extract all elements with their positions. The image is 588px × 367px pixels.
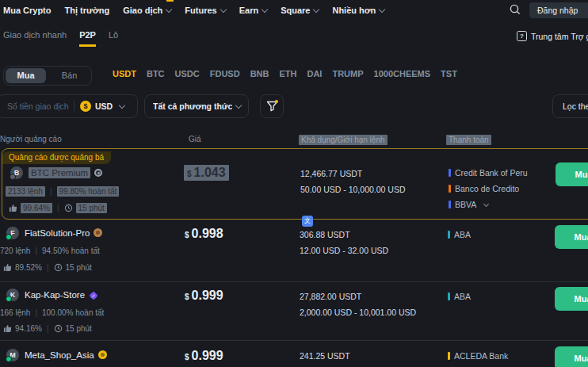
sort-label: Lọc theo (563, 101, 588, 111)
medal-badge-icon (94, 169, 102, 177)
completion-rate: 94.50% hoàn tất (42, 247, 100, 255)
divider (74, 101, 74, 112)
payment-method: Credit Bank of Peru (449, 168, 528, 178)
nav-markets[interactable]: Thị trường (65, 6, 110, 15)
buy-tab[interactable]: Mua (6, 68, 46, 83)
advertiser-stats: 720 lệnh|94.50% hoàn tất (0, 247, 100, 255)
advertiser-stats: 166 lệnh|100.00% hoàn tất (0, 308, 104, 317)
advertiser-stats-2: 94.16% | 15 phút (3, 324, 92, 333)
online-status-dot (6, 356, 12, 362)
tab-block[interactable]: Lô (109, 30, 118, 47)
payment-filter-label: Tất cả phương thức thanh (153, 101, 232, 111)
buy-usdt-button[interactable]: Mua USDT (555, 225, 588, 249)
fiat-coin-icon: $ (80, 101, 91, 112)
advertiser-name[interactable]: FiatSolution-Pro (25, 228, 102, 238)
tab-express[interactable]: Giao dịch nhanh (3, 30, 67, 47)
avatar[interactable]: M (6, 349, 19, 361)
sell-tab[interactable]: Bán (49, 68, 90, 83)
payment-bar (449, 201, 451, 208)
coin-tabs: USDT BTC USDC FDUSD BNB ETH DAI TRUMP 10… (113, 69, 457, 78)
nav-trade[interactable]: Giao dịch (123, 6, 171, 15)
nav-square[interactable]: Square (281, 6, 319, 15)
payment-method: ABA (448, 292, 471, 301)
advertiser-stats-2: 99.64% | 15 phút (9, 203, 107, 213)
p2p-sub-navigation: Giao dịch nhanh P2P Lô (3, 30, 118, 47)
thumbs-up-icon (3, 263, 12, 272)
order-limit: 2,000.00 USD - 10,001.00 USD (300, 308, 416, 317)
buy-usdt-button[interactable]: Mua USDT (555, 287, 588, 311)
nav-earn[interactable]: Earn (239, 6, 267, 15)
coin-tab-bnb[interactable]: BNB (250, 69, 269, 78)
amount-input[interactable] (6, 101, 74, 112)
positive-rate: 89.52% (15, 263, 42, 272)
order-limit: 12.00 USD - 32.00 USD (300, 246, 388, 255)
coin-tab-btc[interactable]: BTC (147, 69, 165, 78)
avatar[interactable]: F (6, 227, 19, 239)
available-amount: 241.25 USDT (300, 351, 350, 361)
available-amount: 27,882.00 USDT (300, 292, 361, 301)
more-filters-button[interactable] (260, 94, 284, 118)
chevron-down-icon (379, 6, 385, 13)
chevron-down-icon (262, 6, 268, 13)
bronze-medal-badge-icon (94, 228, 102, 237)
verified-merchant-badge-icon (89, 291, 97, 300)
positive-rate: 94.16% (15, 324, 42, 333)
buy-usdt-button[interactable]: Mua USDT (556, 162, 588, 186)
payment-bar (449, 185, 451, 193)
completion-rate: 100.00% hoàn tất (42, 308, 104, 317)
coin-tab-tst[interactable]: TST (441, 69, 457, 78)
translate-overlay-icon[interactable]: 文 (302, 216, 313, 227)
header-price: Giá (189, 135, 201, 143)
advertiser-name[interactable]: Meta_Shop_Asia (25, 350, 107, 360)
payment-bar (448, 352, 450, 360)
nav-buy-crypto[interactable]: Mua Crypto (3, 6, 52, 15)
sort-by-button[interactable]: Lọc theo (552, 94, 588, 118)
available-amount: 306.88 USDT (300, 230, 350, 239)
nav-more[interactable]: Nhiều hơn (332, 6, 384, 15)
payment-bar (449, 169, 451, 177)
help-icon: ? (517, 31, 527, 41)
chevron-down-icon (313, 6, 319, 13)
payment-method-expandable[interactable]: BBVA (449, 200, 488, 209)
payment-method-filter[interactable]: Tất cả phương thức thanh (144, 94, 249, 118)
nav-futures[interactable]: Futures (185, 6, 225, 15)
coin-tab-1000cheems[interactable]: 1000CHEEMS (374, 69, 431, 78)
coin-tab-eth[interactable]: ETH (279, 69, 296, 78)
offer-price: $1.043 (184, 165, 229, 181)
available-amount: 12,466.77 USDT (300, 169, 362, 178)
coin-tab-fdusd[interactable]: FDUSD (210, 69, 240, 78)
offer-price: $0.998 (185, 227, 223, 241)
tab-p2p[interactable]: P2P (79, 30, 96, 47)
search-icon[interactable] (509, 3, 521, 19)
help-center-link[interactable]: ? Trung tâm Trợ giúp (517, 31, 588, 41)
offline-status-dot (10, 174, 16, 180)
p2p-offer-row: K Kap-Kap-Store 166 lệnh|100.00% hoàn tấ… (0, 282, 588, 341)
clock-icon (64, 204, 73, 212)
coin-tab-trump[interactable]: TRUMP (332, 69, 363, 78)
coin-tab-dai[interactable]: DAI (307, 69, 322, 78)
completion-rate: 99.80% hoàn tất (57, 186, 120, 197)
avatar[interactable]: K (6, 289, 19, 301)
coin-tab-usdt[interactable]: USDT (113, 69, 136, 78)
offer-price: $0.999 (185, 289, 223, 303)
advertiser-stats: 2133 lệnh|99.80% hoàn tất (6, 186, 119, 197)
online-status-dot (6, 296, 12, 302)
login-button[interactable]: Đăng nhập (529, 2, 588, 18)
chevron-down-icon (235, 102, 242, 109)
filter-active-dot (275, 100, 278, 103)
clock-icon (54, 324, 63, 333)
release-time: 15 phút (76, 203, 107, 213)
chevron-down-icon (166, 6, 172, 13)
buy-usdt-button[interactable]: Mua USDT (555, 346, 588, 367)
advertiser-name[interactable]: Kap-Kap-Store (25, 290, 98, 300)
coin-tab-usdc[interactable]: USDC (175, 69, 200, 78)
buy-sell-toggle: Mua Bán (3, 66, 92, 86)
online-status-dot (6, 234, 12, 240)
fiat-selected[interactable]: USD (95, 101, 113, 111)
chevron-down-icon (119, 102, 125, 109)
advertiser-name[interactable]: BTC Premium (29, 168, 102, 178)
amount-filter: $ USD (0, 94, 138, 118)
avatar[interactable]: B (10, 166, 23, 179)
payment-method: Banco de Credito (449, 184, 519, 193)
payment-bar (448, 292, 450, 300)
